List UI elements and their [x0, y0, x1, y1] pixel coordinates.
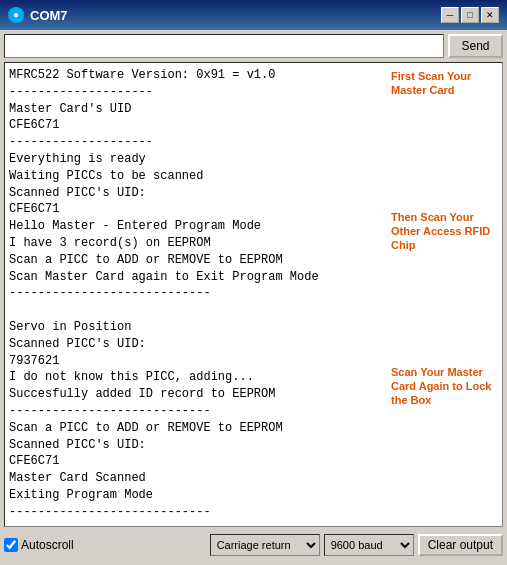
- side-labels: First Scan Your Master Card Then Scan Yo…: [387, 63, 502, 526]
- send-input[interactable]: [4, 34, 444, 58]
- title-bar-left: ● COM7: [8, 7, 68, 23]
- app-icon: ●: [8, 7, 24, 23]
- window-title: COM7: [30, 8, 68, 23]
- side-label-second: Then Scan Your Other Access RFID Chip: [391, 210, 498, 253]
- autoscroll-check[interactable]: Autoscroll: [4, 538, 74, 552]
- autoscroll-label: Autoscroll: [21, 538, 74, 552]
- minimize-button[interactable]: ─: [441, 7, 459, 23]
- output-area: MFRC522 Software Version: 0x91 = v1.0 --…: [5, 63, 387, 526]
- send-bar: Send: [4, 34, 503, 58]
- side-spacer-1: [391, 98, 498, 210]
- maximize-button[interactable]: □: [461, 7, 479, 23]
- autoscroll-checkbox[interactable]: [4, 538, 18, 552]
- title-bar: ● COM7 ─ □ ✕: [0, 0, 507, 30]
- side-spacer-2: [391, 253, 498, 365]
- bottom-bar: Autoscroll Carriage return No line endin…: [4, 527, 503, 561]
- window-controls[interactable]: ─ □ ✕: [441, 7, 499, 23]
- main-content: Send MFRC522 Software Version: 0x91 = v1…: [0, 30, 507, 565]
- output-wrapper: MFRC522 Software Version: 0x91 = v1.0 --…: [4, 62, 503, 527]
- side-label-third: Scan Your Master Card Again to Lock the …: [391, 365, 498, 408]
- close-button[interactable]: ✕: [481, 7, 499, 23]
- clear-output-button[interactable]: Clear output: [418, 534, 503, 556]
- baud-rate-dropdown[interactable]: 300 baud 1200 baud 2400 baud 4800 baud 9…: [324, 534, 414, 556]
- send-button[interactable]: Send: [448, 34, 503, 58]
- side-spacer-3: [391, 408, 498, 520]
- side-label-first: First Scan Your Master Card: [391, 69, 498, 98]
- carriage-return-dropdown[interactable]: Carriage return No line ending Newline B…: [210, 534, 320, 556]
